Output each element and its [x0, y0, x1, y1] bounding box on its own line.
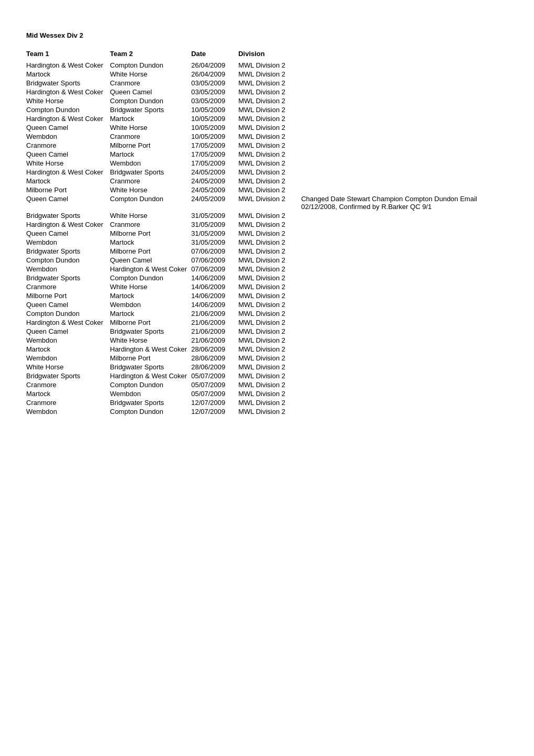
cell-notes	[301, 398, 508, 407]
cell-team1: Martock	[26, 389, 110, 398]
cell-team2: Martock	[110, 291, 191, 300]
cell-team1: Queen Camel	[26, 150, 110, 159]
cell-team1: Queen Camel	[26, 229, 110, 238]
cell-division: MWL Division 2	[238, 177, 301, 185]
cell-date: 24/05/2009	[191, 168, 238, 177]
cell-notes	[301, 150, 508, 159]
cell-team2: White Horse	[110, 282, 191, 291]
cell-team1: Queen Camel	[26, 327, 110, 336]
cell-team1: Hardington & West Coker	[26, 61, 110, 70]
cell-team1: Queen Camel	[26, 123, 110, 132]
cell-date: 24/05/2009	[191, 194, 238, 211]
cell-notes	[301, 273, 508, 282]
cell-team1: White Horse	[26, 159, 110, 168]
cell-team2: Queen Camel	[110, 256, 191, 265]
cell-date: 31/05/2009	[191, 211, 238, 220]
cell-team1: Compton Dundon	[26, 105, 110, 114]
cell-team1: White Horse	[26, 363, 110, 371]
cell-team2: Milborne Port	[110, 229, 191, 238]
cell-notes	[301, 363, 508, 371]
cell-notes	[301, 247, 508, 256]
cell-date: 14/06/2009	[191, 300, 238, 309]
cell-team1: White Horse	[26, 96, 110, 105]
cell-division: MWL Division 2	[238, 256, 301, 265]
table-row: MartockWhite Horse26/04/2009MWL Division…	[26, 70, 508, 79]
cell-division: MWL Division 2	[238, 407, 301, 416]
table-row: Hardington & West CokerCranmore31/05/200…	[26, 220, 508, 229]
table-row: Bridgwater SportsWhite Horse31/05/2009MW…	[26, 211, 508, 220]
cell-team1: Martock	[26, 345, 110, 354]
table-row: White HorseBridgwater Sports28/06/2009MW…	[26, 363, 508, 371]
cell-team2: White Horse	[110, 211, 191, 220]
table-row: Hardington & West CokerMilborne Port21/0…	[26, 318, 508, 327]
cell-notes	[301, 380, 508, 389]
cell-division: MWL Division 2	[238, 159, 301, 168]
cell-division: MWL Division 2	[238, 389, 301, 398]
cell-team2: Compton Dundon	[110, 61, 191, 70]
table-row: WembdonCompton Dundon12/07/2009MWL Divis…	[26, 407, 508, 416]
cell-date: 21/06/2009	[191, 327, 238, 336]
cell-notes	[301, 354, 508, 363]
cell-notes	[301, 407, 508, 416]
table-row: Queen CamelMartock17/05/2009MWL Division…	[26, 150, 508, 159]
cell-notes	[301, 327, 508, 336]
cell-team1: Wembdon	[26, 336, 110, 345]
table-row: White HorseWembdon17/05/2009MWL Division…	[26, 159, 508, 168]
cell-date: 31/05/2009	[191, 220, 238, 229]
table-row: Queen CamelMilborne Port31/05/2009MWL Di…	[26, 229, 508, 238]
table-row: MartockWembdon05/07/2009MWL Division 2	[26, 389, 508, 398]
cell-date: 07/06/2009	[191, 247, 238, 256]
cell-team1: Wembdon	[26, 132, 110, 141]
cell-notes	[301, 96, 508, 105]
cell-division: MWL Division 2	[238, 123, 301, 132]
table-row: Compton DundonBridgwater Sports10/05/200…	[26, 105, 508, 114]
cell-division: MWL Division 2	[238, 327, 301, 336]
cell-team1: Cranmore	[26, 380, 110, 389]
table-row: Milborne PortMartock14/06/2009MWL Divisi…	[26, 291, 508, 300]
cell-date: 21/06/2009	[191, 318, 238, 327]
cell-division: MWL Division 2	[238, 371, 301, 380]
cell-date: 03/05/2009	[191, 96, 238, 105]
cell-date: 10/05/2009	[191, 114, 238, 123]
cell-team1: Milborne Port	[26, 291, 110, 300]
cell-team2: Compton Dundon	[110, 273, 191, 282]
cell-team1: Hardington & West Coker	[26, 220, 110, 229]
table-row: Hardington & West CokerCompton Dundon26/…	[26, 61, 508, 70]
cell-team2: Bridgwater Sports	[110, 168, 191, 177]
table-row: Hardington & West CokerBridgwater Sports…	[26, 168, 508, 177]
cell-date: 21/06/2009	[191, 336, 238, 345]
cell-team2: Bridgwater Sports	[110, 398, 191, 407]
cell-notes	[301, 291, 508, 300]
col-header-team1: Team 1	[26, 49, 110, 61]
cell-notes	[301, 185, 508, 194]
cell-team2: Wembdon	[110, 389, 191, 398]
cell-team1: Hardington & West Coker	[26, 87, 110, 96]
table-row: White HorseCompton Dundon03/05/2009MWL D…	[26, 96, 508, 105]
cell-team1: Hardington & West Coker	[26, 114, 110, 123]
cell-team2: Hardington & West Coker	[110, 265, 191, 273]
cell-notes	[301, 371, 508, 380]
cell-division: MWL Division 2	[238, 150, 301, 159]
cell-date: 14/06/2009	[191, 291, 238, 300]
cell-division: MWL Division 2	[238, 380, 301, 389]
cell-division: MWL Division 2	[238, 61, 301, 70]
cell-team2: Martock	[110, 309, 191, 318]
cell-team1: Wembdon	[26, 354, 110, 363]
cell-team2: Compton Dundon	[110, 407, 191, 416]
cell-team2: Wembdon	[110, 300, 191, 309]
cell-team1: Queen Camel	[26, 194, 110, 211]
table-row: CranmoreMilborne Port17/05/2009MWL Divis…	[26, 141, 508, 150]
cell-team1: Cranmore	[26, 141, 110, 150]
cell-team2: Compton Dundon	[110, 194, 191, 211]
col-header-notes	[301, 49, 508, 61]
cell-team1: Bridgwater Sports	[26, 371, 110, 380]
cell-division: MWL Division 2	[238, 87, 301, 96]
cell-team2: Cranmore	[110, 132, 191, 141]
cell-date: 24/05/2009	[191, 185, 238, 194]
cell-date: 31/05/2009	[191, 238, 238, 247]
cell-date: 17/05/2009	[191, 159, 238, 168]
cell-team2: Compton Dundon	[110, 380, 191, 389]
table-row: Bridgwater SportsCranmore03/05/2009MWL D…	[26, 79, 508, 87]
table-row: Hardington & West CokerQueen Camel03/05/…	[26, 87, 508, 96]
cell-division: MWL Division 2	[238, 114, 301, 123]
